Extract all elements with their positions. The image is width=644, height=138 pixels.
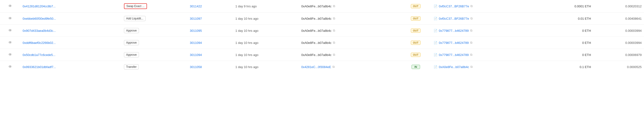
block-cell: 3011094 xyxy=(187,49,233,61)
age-cell: 1 day 10 hrs ago xyxy=(233,25,299,37)
to-cell: 📄 0x779877...b4624789 ⧉ xyxy=(431,25,533,37)
to-copy-icon[interactable]: ⧉ xyxy=(470,65,472,69)
tx-hash-link[interactable]: 0xebbeb60f30ed9fe50... xyxy=(22,17,56,20)
from-cell: 0x4281eC...0f3084eE ⧉ xyxy=(299,61,400,73)
to-address-link[interactable]: 0x779877...b4624789 xyxy=(439,29,469,32)
tx-hash-link[interactable]: 0xddf6baef0c2266b02... xyxy=(22,41,56,45)
from-address: 0xA0e8Fe...b07a8b4c xyxy=(301,4,332,8)
to-address-link[interactable]: 0xA0e8Fe...b07a8b4c xyxy=(439,65,469,69)
to-address-link[interactable]: 0xf0cC37...BF26B77e xyxy=(439,17,469,20)
transactions-table: 👁 0x41281d81204cc8b7... Swap Exact ... 3… xyxy=(0,0,644,73)
from-copy-icon[interactable]: ⧉ xyxy=(332,65,334,69)
to-address-link[interactable]: 0xf0cC37...BF26B77e xyxy=(439,4,469,8)
to-copy-icon[interactable]: ⧉ xyxy=(470,29,472,32)
age-text: 1 day 10 hrs ago xyxy=(235,53,258,57)
block-link[interactable]: 3011095 xyxy=(190,29,202,32)
from-address: 0xA0e8Fe...b07a8b4c xyxy=(301,17,332,20)
doc-icon: 📄 xyxy=(434,53,438,57)
tx-hash-cell: 0x907d433aea0b4d3c... xyxy=(20,25,122,37)
eye-cell: 👁 xyxy=(0,0,20,12)
block-link[interactable]: 3011058 xyxy=(190,65,202,69)
tx-hash-link[interactable]: 0x41281d81204cc8b7... xyxy=(22,4,56,8)
from-address-link[interactable]: 0x4281eC...0f3084eE xyxy=(301,65,331,69)
eye-icon[interactable]: 👁 xyxy=(2,65,18,69)
value-text: 0.01 ETH xyxy=(578,17,591,20)
from-copy-icon[interactable]: ⧉ xyxy=(333,17,335,20)
block-cell: 3011097 xyxy=(187,12,233,25)
block-cell: 3011058 xyxy=(187,61,233,73)
doc-icon: 📄 xyxy=(434,41,438,45)
fee-cell: 0.00020312 xyxy=(594,0,644,12)
from-copy-icon[interactable]: ⧉ xyxy=(333,41,335,45)
eye-cell: 👁 xyxy=(0,37,20,49)
method-cell: Transfer xyxy=(122,61,187,73)
direction-badge: OUT xyxy=(411,4,420,8)
table-row: 👁 0x50cdb1a77c6cede5... Approve 3011094 … xyxy=(0,49,644,61)
direction-cell: IN xyxy=(400,61,431,73)
from-cell: 0xA0e8Fe...b07a8b4c ⧉ xyxy=(299,49,400,61)
table-row: 👁 0xddf6baef0c2266b02... Approve 3011094… xyxy=(0,37,644,49)
fee-cell: 0.00003994 xyxy=(594,25,644,37)
fee-text: 0.00006979 xyxy=(625,53,642,57)
block-cell: 3011422 xyxy=(187,0,233,12)
to-copy-icon[interactable]: ⧉ xyxy=(470,17,472,20)
table-row: 👁 0x907d433aea0b4d3c... Approve 3011095 … xyxy=(0,25,644,37)
age-text: 1 day 10 hrs ago xyxy=(235,65,258,69)
eye-icon[interactable]: 👁 xyxy=(2,53,18,57)
tx-hash-link[interactable]: 0x50cdb1a77c6cede5... xyxy=(22,53,55,57)
tx-hash-link[interactable]: 0x907d433aea0b4d3c... xyxy=(22,29,56,32)
age-cell: 1 day 10 hrs ago xyxy=(233,37,299,49)
block-link[interactable]: 3011094 xyxy=(190,41,202,45)
to-address-link[interactable]: 0x779877...b4624789 xyxy=(439,41,469,45)
direction-badge: OUT xyxy=(411,28,420,33)
block-cell: 3011094 xyxy=(187,37,233,49)
from-copy-icon[interactable]: ⧉ xyxy=(333,53,335,57)
age-text: 1 day 10 hrs ago xyxy=(235,29,258,32)
method-badge: Transfer xyxy=(124,64,139,69)
age-text: 1 day 10 hrs ago xyxy=(235,17,258,20)
from-address: 0xA0e8Fe...b07a8b4c xyxy=(301,53,332,57)
value-cell: 0.01 ETH xyxy=(533,12,594,25)
from-address: 0xA0e8Fe...b07a8b4c xyxy=(301,29,332,32)
block-link[interactable]: 3011097 xyxy=(190,17,202,20)
value-text: 0.0001 ETH xyxy=(574,4,591,8)
value-cell: 0.1 ETH xyxy=(533,61,594,73)
eye-icon[interactable]: 👁 xyxy=(2,16,18,21)
fee-cell: 0.00006979 xyxy=(594,49,644,61)
fee-cell: 0.00003994 xyxy=(594,37,644,49)
value-text: 0 ETH xyxy=(582,29,591,32)
method-cell: Approve xyxy=(122,49,187,61)
doc-icon: 📄 xyxy=(434,65,438,69)
age-text: 1 day 10 hrs ago xyxy=(235,41,258,45)
from-cell: 0xA0e8Fe...b07a8b4c ⧉ xyxy=(299,0,400,12)
eye-icon[interactable]: 👁 xyxy=(2,4,18,8)
eye-icon[interactable]: 👁 xyxy=(2,28,18,33)
to-address-link[interactable]: 0x779877...b4624789 xyxy=(439,53,469,57)
from-address: 0xA0e8Fe...b07a8b4c xyxy=(301,41,332,45)
eye-icon[interactable]: 👁 xyxy=(2,40,18,45)
table-row: 👁 0xebbeb60f30ed9fe50... Add Liquidit...… xyxy=(0,12,644,25)
to-copy-icon[interactable]: ⧉ xyxy=(470,53,472,57)
block-link[interactable]: 3011422 xyxy=(190,4,202,8)
block-link[interactable]: 3011094 xyxy=(190,53,202,57)
to-copy-icon[interactable]: ⧉ xyxy=(470,41,472,45)
from-copy-icon[interactable]: ⧉ xyxy=(333,4,335,8)
eye-cell: 👁 xyxy=(0,25,20,37)
tx-hash-link[interactable]: 0x9933621b01dbfadf7... xyxy=(22,65,56,69)
block-cell: 3011095 xyxy=(187,25,233,37)
from-cell: 0xA0e8Fe...b07a8b4c ⧉ xyxy=(299,37,400,49)
doc-icon: 📄 xyxy=(434,17,438,20)
to-copy-icon[interactable]: ⧉ xyxy=(470,4,472,8)
from-copy-icon[interactable]: ⧉ xyxy=(333,29,335,32)
eye-cell: 👁 xyxy=(0,49,20,61)
fee-cell: 0.00408641 xyxy=(594,12,644,25)
value-cell: 0 ETH xyxy=(533,25,594,37)
to-cell: 📄 0xA0e8Fe...b07a8b4c ⧉ xyxy=(431,61,533,73)
value-text: 0 ETH xyxy=(582,53,591,57)
fee-text: 0.00003994 xyxy=(625,41,642,45)
fee-cell: 0.0000525 xyxy=(594,61,644,73)
table-row: 👁 0x41281d81204cc8b7... Swap Exact ... 3… xyxy=(0,0,644,12)
direction-badge: OUT xyxy=(411,16,420,21)
age-text: 1 day 9 hrs ago xyxy=(235,4,257,8)
to-cell: 📄 0xf0cC37...BF26B77e ⧉ xyxy=(431,0,533,12)
